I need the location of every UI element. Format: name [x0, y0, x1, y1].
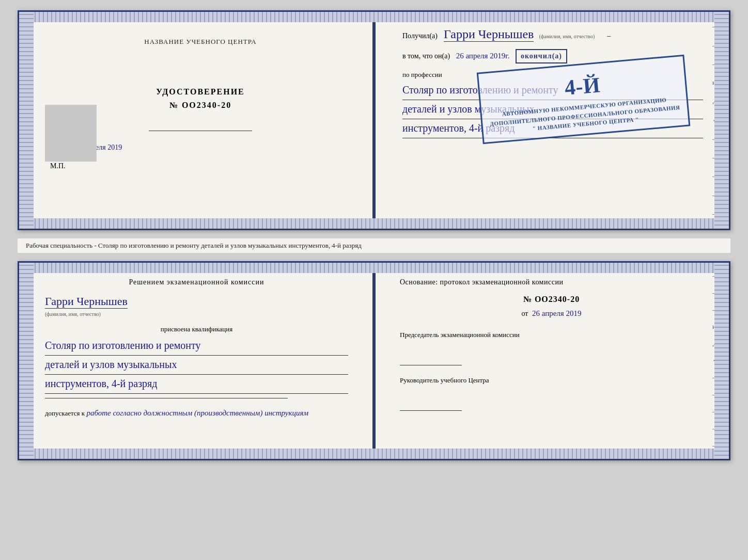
director-signature-line [400, 403, 462, 411]
qual-line2: деталей и узлов музыкальных [45, 356, 348, 375]
recipient-section: Получил(а) Гарри Чернышев (фамилия, имя,… [402, 27, 703, 42]
bottom-right-strip [714, 263, 729, 459]
received-label: Получил(а) [402, 32, 438, 40]
bottom-document-spread: Решением экзаменационной комиссии Гарри … [18, 261, 730, 460]
left-decorative-strip [19, 12, 34, 229]
decision-person-name: Гарри Чернышев [45, 295, 128, 309]
caption-text: Рабочая специальность - Столяр по изгото… [26, 242, 362, 249]
bottom-left-page: Решением экзаменационной комиссии Гарри … [19, 263, 374, 459]
allowed-text: работе согласно должностным (производств… [86, 409, 308, 417]
top-left-page: НАЗВАНИЕ УЧЕБНОГО ЦЕНТРА УДОСТОВЕРЕНИЕ №… [19, 12, 377, 229]
photo-placeholder [45, 105, 97, 162]
bottom-right-page: Основание: протокол экзаменационной коми… [374, 263, 729, 459]
recipient-sub: (фамилия, имя, отчество) [539, 34, 595, 39]
bottom-bottom-strip [19, 449, 729, 459]
decision-person-section: Гарри Чернышев (фамилия, имя, отчество) [45, 295, 348, 318]
allowed-section: допускается к работе согласно должностны… [45, 409, 348, 418]
cert-title: УДОСТОВЕРЕНИЕ [50, 87, 351, 97]
right-decorative-strip [714, 12, 729, 229]
chairman-label: Председатель экзаменационной комиссии [400, 330, 703, 340]
decision-header: Решением экзаменационной комиссии [45, 278, 348, 286]
bottom-decorative-strip [19, 218, 729, 229]
director-label: Руководитель учебного Центра [400, 376, 703, 385]
training-center-title: НАЗВАНИЕ УЧЕБНОГО ЦЕНТРА [50, 38, 351, 46]
basis-date-section: от 26 апреля 2019 [400, 309, 703, 318]
caption-label: Рабочая специальность - Столяр по изгото… [18, 238, 730, 253]
assigned-label: присвоена квалификация [45, 325, 348, 333]
mp-label: М.П. [50, 162, 351, 170]
date-context-label: в том, что он(а) [402, 52, 450, 60]
recipient-name: Гарри Чернышев [444, 27, 534, 42]
qual-line3: инструментов, 4-й разряд [45, 375, 348, 394]
chairman-signature-line [400, 357, 462, 365]
finished-label: окончил(а) [516, 49, 567, 63]
basis-date-value: 26 апреля 2019 [532, 309, 582, 317]
top-decorative-strip [19, 12, 729, 22]
date-value: 26 апреля 2019г. [456, 52, 510, 60]
allowed-label: допускается к [45, 409, 85, 417]
bottom-top-strip [19, 263, 729, 273]
basis-number: № OO2340-20 [400, 295, 703, 304]
bottom-left-strip [19, 263, 34, 459]
qualification-block: Столяр по изготовлению и ремонту деталей… [45, 337, 348, 394]
top-document-spread: НАЗВАНИЕ УЧЕБНОГО ЦЕНТРА УДОСТОВЕРЕНИЕ №… [18, 10, 730, 230]
qual-line1: Столяр по изготовлению и ремонту [45, 337, 348, 356]
basis-date-from-label: от [522, 310, 528, 317]
top-right-page: 4-й АВТОНОМНУЮ НЕКОММЕРЧЕСКУЮ ОРГАНИЗАЦИ… [377, 12, 729, 229]
decision-person-sub: (фамилия, имя, отчество) [45, 311, 101, 317]
basis-header: Основание: протокол экзаменационной коми… [400, 278, 703, 286]
